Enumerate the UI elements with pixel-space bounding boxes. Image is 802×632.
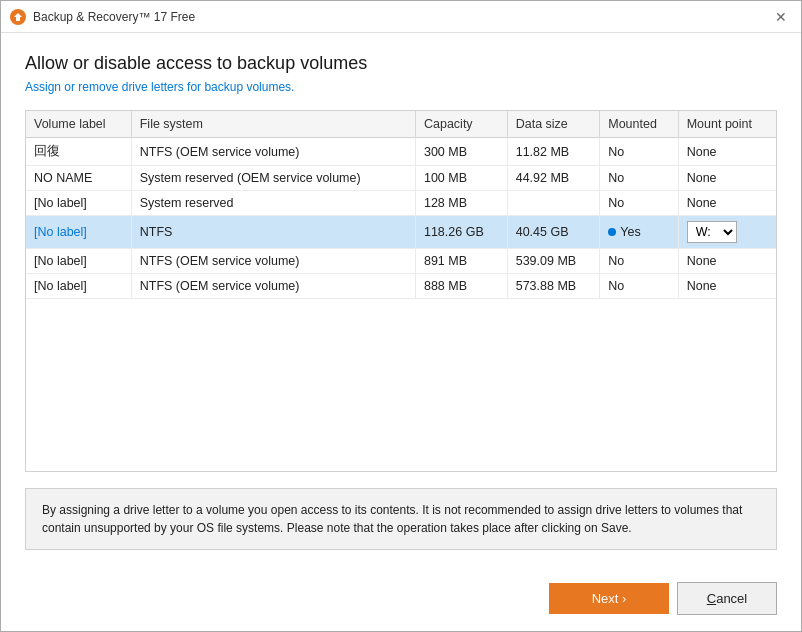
- col-file-system: File system: [131, 111, 415, 138]
- cell-file-system: NTFS (OEM service volume): [131, 274, 415, 299]
- cell-data-size: 573.88 MB: [507, 274, 600, 299]
- cell-file-system: System reserved: [131, 191, 415, 216]
- cell-data-size: 11.82 MB: [507, 138, 600, 166]
- cell-capacity: 891 MB: [415, 249, 507, 274]
- col-data-size: Data size: [507, 111, 600, 138]
- cell-mount-point: None: [678, 138, 776, 166]
- table-row[interactable]: NO NAMESystem reserved (OEM service volu…: [26, 166, 776, 191]
- cell-mount-point: None: [678, 274, 776, 299]
- page-title: Allow or disable access to backup volume…: [25, 53, 777, 74]
- cell-capacity: 128 MB: [415, 191, 507, 216]
- cell-data-size: 40.45 GB: [507, 216, 600, 249]
- content-area: Allow or disable access to backup volume…: [1, 33, 801, 582]
- col-capacity: Capacity: [415, 111, 507, 138]
- cell-mount-point: None: [678, 191, 776, 216]
- app-icon: [9, 8, 27, 26]
- cell-capacity: 118.26 GB: [415, 216, 507, 249]
- cell-data-size: 539.09 MB: [507, 249, 600, 274]
- volume-table: Volume label File system Capacity Data s…: [26, 111, 776, 299]
- mounted-text: Yes: [620, 225, 640, 239]
- cell-file-system: System reserved (OEM service volume): [131, 166, 415, 191]
- cell-capacity: 300 MB: [415, 138, 507, 166]
- cell-mounted: No: [600, 191, 678, 216]
- table-row[interactable]: [No label]NTFS (OEM service volume)891 M…: [26, 249, 776, 274]
- cell-mounted: No: [600, 249, 678, 274]
- cell-capacity: 100 MB: [415, 166, 507, 191]
- info-box: By assigning a drive letter to a volume …: [25, 488, 777, 550]
- page-subtitle: Assign or remove drive letters for backu…: [25, 80, 777, 94]
- cell-mount-point: None: [678, 249, 776, 274]
- mounted-dot-icon: [608, 228, 616, 236]
- cell-data-size: 44.92 MB: [507, 166, 600, 191]
- col-volume-label: Volume label: [26, 111, 131, 138]
- table-header-row: Volume label File system Capacity Data s…: [26, 111, 776, 138]
- cell-mounted: No: [600, 274, 678, 299]
- next-button[interactable]: Next ›: [549, 583, 669, 614]
- info-text: By assigning a drive letter to a volume …: [42, 503, 742, 535]
- cell-mount-point[interactable]: W:: [678, 216, 776, 249]
- table-row[interactable]: [No label]NTFS (OEM service volume)888 M…: [26, 274, 776, 299]
- window-title: Backup & Recovery™ 17 Free: [33, 10, 769, 24]
- cell-volume-label: NO NAME: [26, 166, 131, 191]
- cell-mounted: No: [600, 166, 678, 191]
- footer: Next › Cancel: [1, 582, 801, 631]
- cell-volume-label: 回復: [26, 138, 131, 166]
- cell-volume-label: [No label]: [26, 249, 131, 274]
- cell-volume-label: [No label]: [26, 191, 131, 216]
- cell-file-system: NTFS: [131, 216, 415, 249]
- cell-volume-label: [No label]: [26, 216, 131, 249]
- table-row[interactable]: [No label]System reserved128 MBNoNone: [26, 191, 776, 216]
- title-bar: Backup & Recovery™ 17 Free ✕: [1, 1, 801, 33]
- cell-mount-point: None: [678, 166, 776, 191]
- close-button[interactable]: ✕: [769, 5, 793, 29]
- cell-volume-label: [No label]: [26, 274, 131, 299]
- table-row[interactable]: [No label]NTFS118.26 GB40.45 GBYesW:: [26, 216, 776, 249]
- cell-mounted: No: [600, 138, 678, 166]
- cell-capacity: 888 MB: [415, 274, 507, 299]
- col-mounted: Mounted: [600, 111, 678, 138]
- cell-mounted: Yes: [600, 216, 678, 249]
- mount-point-dropdown[interactable]: W:: [687, 221, 737, 243]
- main-window: Backup & Recovery™ 17 Free ✕ Allow or di…: [0, 0, 802, 632]
- volume-table-container: Volume label File system Capacity Data s…: [25, 110, 777, 472]
- col-mount-point: Mount point: [678, 111, 776, 138]
- cell-file-system: NTFS (OEM service volume): [131, 138, 415, 166]
- table-row[interactable]: 回復NTFS (OEM service volume)300 MB11.82 M…: [26, 138, 776, 166]
- cell-data-size: [507, 191, 600, 216]
- cell-file-system: NTFS (OEM service volume): [131, 249, 415, 274]
- cancel-button[interactable]: Cancel: [677, 582, 777, 615]
- cancel-label: ancel: [716, 591, 747, 606]
